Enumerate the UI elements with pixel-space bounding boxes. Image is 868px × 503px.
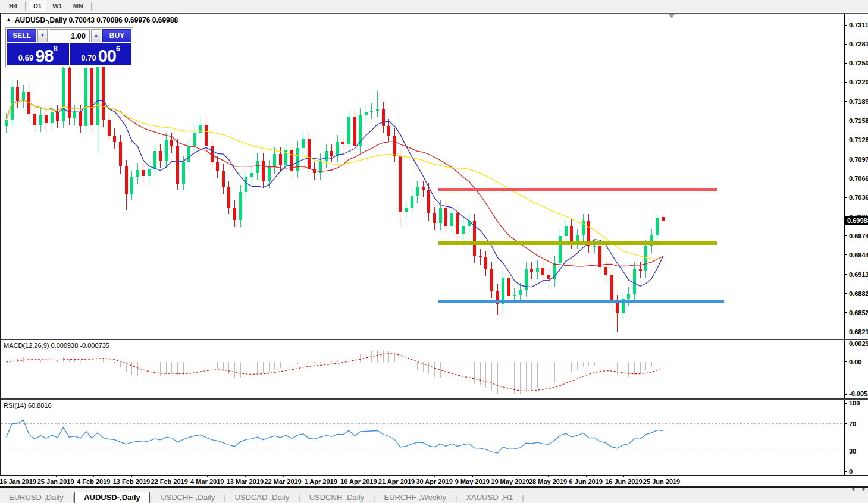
toolbar-divider (25, 2, 26, 11)
svg-text:0.72200: 0.72200 (849, 78, 868, 86)
svg-text:0.68210: 0.68210 (849, 328, 868, 335)
toolbar-divider (91, 2, 92, 11)
date-tick (548, 476, 549, 477)
rsi-label: RSI(14) 60.8816 (4, 402, 52, 409)
chart-title-ohlc: AUDUSD-,Daily 0.70043 0.70086 0.69976 0.… (15, 16, 178, 24)
macd-indicator-pane[interactable]: 0.0029840.00-0.005256 (0, 340, 868, 398)
buy-price-box[interactable]: 0.70 00 6 (70, 43, 132, 65)
buy-price-main: 00 (98, 48, 116, 64)
svg-text:0.71890: 0.71890 (849, 98, 868, 105)
date-label: 10 Apr 2019 (340, 478, 377, 485)
date-label: 16 Jun 2019 (605, 478, 642, 485)
date-tick (397, 476, 397, 477)
chart-tab-usdcnh[interactable]: USDCNH-,Daily (300, 492, 373, 503)
buy-price-pip: 6 (116, 44, 120, 53)
date-tick (207, 476, 208, 477)
chart-tab-eurusd[interactable]: EURUSD-,Daily (0, 492, 73, 503)
window-left-border (0, 13, 1, 486)
rsi-indicator-pane[interactable]: 10070300 (0, 400, 868, 476)
date-label: 30 Apr 2019 (416, 478, 452, 485)
svg-text:70: 70 (849, 420, 856, 427)
date-tick (359, 476, 359, 477)
chart-tab-eurchf[interactable]: EURCHF-,Weekly (375, 492, 456, 503)
date-label: 25 Jun 2019 (643, 478, 680, 485)
date-label: 9 May 2019 (455, 478, 490, 485)
svg-text:0.71280: 0.71280 (849, 136, 868, 143)
svg-text:0.69745: 0.69745 (849, 232, 868, 240)
date-label: 4 Mar 2019 (190, 478, 224, 485)
date-tick (131, 476, 132, 477)
macd-label: MACD(12,26,9) 0.000938 -0.000735 (4, 342, 109, 349)
date-tick (18, 476, 18, 477)
volume-decrease-button[interactable]: ▼ (37, 29, 48, 42)
volume-increase-button[interactable]: ▲ (91, 29, 101, 42)
buy-button[interactable]: BUY (102, 29, 131, 42)
timeframe-button-d1[interactable]: D1 (29, 1, 46, 11)
date-tick (510, 476, 510, 477)
svg-text:-0.005256: -0.005256 (849, 390, 868, 397)
svg-text:0.70665: 0.70665 (849, 175, 868, 182)
time-axis[interactable]: 16 Jan 201925 Jan 20194 Feb 201913 Feb 2… (0, 476, 868, 486)
date-label: 21 Apr 2019 (378, 478, 415, 485)
svg-text:0.68825: 0.68825 (849, 290, 868, 297)
date-label: 13 Feb 2019 (113, 478, 150, 485)
svg-text:0.72810: 0.72810 (849, 40, 868, 48)
date-tick (283, 476, 284, 477)
svg-text:100: 100 (849, 400, 860, 407)
date-label: 13 Mar 2019 (227, 478, 264, 485)
date-tick (434, 476, 435, 477)
chart-shift-marker-icon[interactable] (669, 14, 675, 18)
date-tick (245, 476, 246, 477)
sell-button[interactable]: SELL (7, 29, 36, 42)
one-click-trade-panel: SELL ▼ ▲ BUY 0.69 98 8 0.70 00 6 (5, 27, 133, 67)
chart-title-line: ▲ AUDUSD-,Daily 0.70043 0.70086 0.69976 … (6, 16, 178, 24)
date-tick (472, 476, 473, 477)
date-label: 22 Mar 2019 (264, 478, 301, 485)
trading-terminal-window: H4D1W1MN 0.731150.728100.725050.722000.7… (0, 0, 868, 503)
timeframe-button-w1[interactable]: W1 (48, 1, 67, 11)
sell-price-main: 98 (35, 48, 53, 64)
date-label: 25 Jan 2019 (37, 478, 74, 485)
date-label: 19 May 2019 (491, 478, 529, 485)
date-tick (93, 476, 94, 477)
date-tick (170, 476, 170, 477)
timeframe-button-h4[interactable]: H4 (4, 1, 22, 11)
svg-text:0.00: 0.00 (849, 359, 861, 366)
date-label: 6 Jun 2019 (569, 478, 603, 485)
date-tick (586, 476, 587, 477)
date-tick (662, 476, 662, 477)
sell-price-pip: 8 (53, 44, 57, 53)
tab-separator: | (522, 492, 524, 503)
scroll-left-icon[interactable]: ◄ (850, 486, 856, 492)
timeframe-toolbar: H4D1W1MN (0, 0, 868, 12)
chart-tab-audusd[interactable]: AUDUSD-,Daily (74, 492, 150, 503)
date-tick (321, 476, 321, 477)
chart-tab-xauusd[interactable]: XAUUSD-,H1 (457, 492, 522, 503)
chart-tab-bar: EURUSD-,Daily|AUDUSD-,Daily|USDCHF-,Dail… (0, 492, 868, 503)
sell-price-prefix: 0.69 (18, 54, 33, 62)
svg-text:0.68520: 0.68520 (849, 309, 868, 316)
horizontal-scrollbar[interactable]: ◄ ► (0, 488, 868, 492)
svg-text:0.72505: 0.72505 (849, 59, 868, 67)
buy-price-prefix: 0.70 (81, 54, 96, 62)
date-label: 1 Apr 2019 (305, 478, 337, 485)
scroll-right-icon[interactable]: ► (861, 486, 867, 492)
svg-text:0.70970: 0.70970 (849, 156, 868, 163)
svg-text:0.70360: 0.70360 (849, 194, 868, 201)
date-tick (56, 476, 57, 477)
svg-text:0.002984: 0.002984 (849, 340, 868, 347)
date-label: 28 May 2019 (529, 478, 567, 485)
volume-input[interactable] (49, 29, 90, 42)
sell-price-box[interactable]: 0.69 98 8 (7, 43, 69, 65)
chart-tab-usdchf[interactable]: USDCHF-,Daily (152, 492, 224, 503)
symbol-collapse-icon[interactable]: ▲ (6, 17, 11, 23)
date-label: 4 Feb 2019 (77, 478, 110, 485)
date-label: 22 Feb 2019 (151, 478, 187, 485)
svg-text:30: 30 (849, 448, 856, 455)
date-tick (623, 476, 624, 477)
svg-text:0.69988: 0.69988 (847, 217, 868, 224)
svg-text:0.71585: 0.71585 (849, 117, 868, 124)
timeframe-button-mn[interactable]: MN (68, 1, 88, 11)
chart-tab-usdcad[interactable]: USDCAD-,Daily (226, 492, 299, 503)
date-label: 16 Jan 2019 (0, 478, 36, 485)
